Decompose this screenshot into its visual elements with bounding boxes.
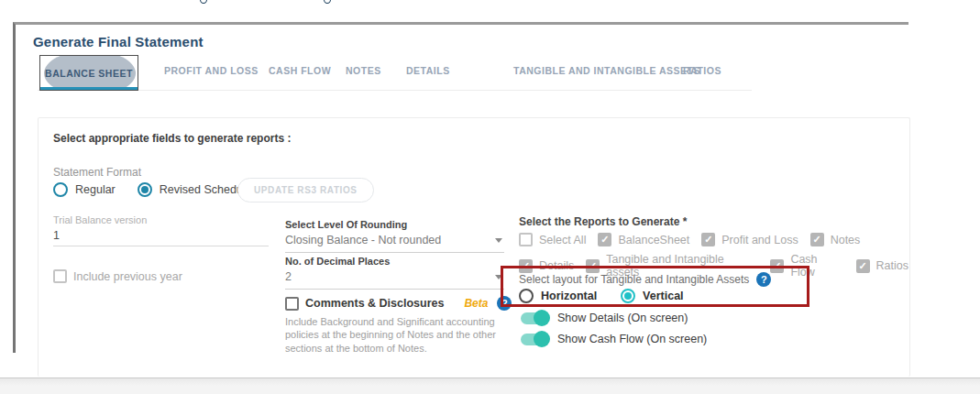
comments-label: Comments & Disclosures — [305, 297, 444, 310]
page-title: Generate Final Statement — [33, 34, 204, 49]
check-icon: ✓ — [773, 261, 781, 271]
checkbox-checked-icon: ✓ — [701, 233, 715, 246]
comments-help-text: Include Background and Significant accou… — [285, 315, 511, 355]
check-icon: ✓ — [858, 261, 866, 271]
check-icon: ✓ — [589, 261, 597, 271]
checkbox-checked-icon: ✓ — [770, 259, 784, 273]
show-details-toggle[interactable]: Show Details (On screen) — [521, 312, 688, 324]
check-icon: ✓ — [704, 235, 712, 245]
checkbox-label: Select All — [539, 234, 586, 246]
tab-tangible-intangible-assets[interactable]: TANGIBLE AND INTANGIBLE ASSETS — [513, 65, 700, 76]
checkbox-label: Ratios — [876, 259, 908, 272]
tabbar-divider — [38, 90, 752, 91]
cropped-text-fragment — [200, 0, 207, 4]
checkbox-checked-icon: ✓ — [810, 233, 824, 246]
toggle-knob — [534, 331, 550, 347]
tab-label: BALANCE SHEET — [45, 68, 133, 79]
checkbox-checked-icon: ✓ — [598, 233, 611, 246]
checkbox-checked-icon: ✓ — [586, 259, 600, 273]
decimal-places-label: No. of Decimal Places — [285, 256, 504, 267]
beta-badge: Beta — [464, 297, 488, 310]
level-of-rounding-value: Closing Balance - Not rounded — [285, 234, 441, 246]
checkbox-icon — [519, 233, 533, 246]
comments-checkbox[interactable] — [285, 297, 299, 311]
tab-details[interactable]: DETAILS — [406, 65, 450, 76]
help-icon[interactable]: ? — [497, 296, 512, 311]
layout-radios: Horizontal Vertical — [519, 289, 684, 303]
checkbox-profit-and-loss[interactable]: ✓ Profit and Loss — [701, 233, 798, 246]
checkbox-icon — [53, 269, 67, 283]
checkbox-label: Details — [539, 259, 574, 272]
check-icon: ✓ — [813, 235, 821, 245]
fieldset-heading: Select appropriate fields to generate re… — [53, 132, 291, 145]
statement-format-radios: Regular Revised Schedule III — [53, 182, 264, 197]
checkbox-cash-flow[interactable]: ✓ Cash Flow — [770, 253, 843, 279]
checkbox-label: Cash Flow — [790, 253, 843, 279]
radio-icon — [53, 182, 68, 197]
decimal-places-value: 2 — [285, 270, 292, 283]
radio-icon-selected — [138, 182, 152, 197]
tab-notes[interactable]: NOTES — [346, 65, 381, 76]
checkbox-notes[interactable]: ✓ Notes — [810, 233, 861, 246]
radio-label: Vertical — [643, 290, 683, 302]
trial-balance-version-field[interactable]: Trial Balance version 1 — [53, 214, 269, 246]
comments-disclosures-row: Comments & Disclosures Beta ? — [285, 296, 512, 311]
trial-balance-version-value: 1 — [53, 229, 269, 242]
active-tab-indicator — [40, 87, 138, 90]
update-rs3-ratios-button[interactable]: UPDATE RS3 RATIOS — [237, 178, 374, 202]
toggle-knob — [534, 310, 550, 326]
radio-vertical[interactable]: Vertical — [621, 289, 683, 303]
checkbox-select-all[interactable]: Select All — [519, 233, 586, 246]
dropdown-caret-icon — [495, 238, 502, 243]
tab-profit-and-loss[interactable]: PROFIT AND LOSS — [164, 65, 259, 76]
toggle-on-icon — [521, 312, 548, 324]
generate-final-statement-panel: Generate Final Statement BALANCE SHEET P… — [13, 22, 908, 353]
checkbox-checked-icon: ✓ — [519, 259, 533, 273]
radio-icon-selected — [621, 289, 635, 303]
cropped-text-fragment — [324, 0, 331, 4]
radio-label: Horizontal — [541, 290, 597, 302]
screen: Generate Final Statement BALANCE SHEET P… — [0, 0, 980, 394]
help-icon[interactable]: ? — [756, 272, 771, 287]
reports-to-generate-label: Select the Reports to Generate * — [519, 215, 687, 228]
level-of-rounding-select[interactable]: Select Level Of Rounding Closing Balance… — [285, 219, 504, 253]
include-previous-year-checkbox[interactable]: Include previous year — [53, 269, 182, 283]
layout-section-header: Select layout for Tangible and Intangibl… — [519, 272, 771, 287]
radio-horizontal[interactable]: Horizontal — [519, 289, 597, 303]
tab-cash-flow[interactable]: CASH FLOW — [269, 65, 331, 76]
tab-ratios[interactable]: RATIOS — [683, 65, 721, 76]
radio-icon — [519, 289, 534, 303]
toggle-on-icon — [521, 334, 548, 345]
tab-balance-sheet[interactable]: BALANCE SHEET — [39, 55, 138, 91]
check-icon: ✓ — [522, 261, 530, 271]
reports-row-1: Select All ✓ BalanceSheet ✓ Profit and L… — [519, 233, 860, 246]
radio-label: Regular — [75, 183, 116, 196]
checkbox-label: BalanceSheet — [618, 234, 689, 246]
level-of-rounding-label: Select Level Of Rounding — [285, 219, 504, 230]
checkbox-details[interactable]: ✓ Details — [519, 259, 574, 273]
dropdown-caret-icon — [495, 275, 502, 279]
decimal-places-select[interactable]: No. of Decimal Places 2 — [285, 256, 504, 290]
trial-balance-version-label: Trial Balance version — [53, 214, 269, 225]
checkbox-ratios[interactable]: ✓ Ratios — [856, 259, 908, 273]
show-cash-flow-toggle[interactable]: Show Cash Flow (On screen) — [521, 333, 707, 345]
checkbox-label: Notes — [831, 234, 861, 246]
check-icon: ✓ — [600, 235, 609, 245]
radio-regular[interactable]: Regular — [53, 182, 116, 197]
checkbox-label: Include previous year — [73, 270, 182, 283]
statement-format-label: Statement Format — [53, 166, 141, 179]
checkbox-checked-icon: ✓ — [856, 259, 870, 273]
checkbox-balancesheet[interactable]: ✓ BalanceSheet — [598, 233, 689, 246]
layout-section-label: Select layout for Tangible and Intangibl… — [519, 273, 749, 286]
checkbox-label: Profit and Loss — [721, 234, 798, 246]
toggle-label: Show Cash Flow (On screen) — [557, 333, 707, 345]
toggle-label: Show Details (On screen) — [557, 312, 688, 324]
footer-strip — [0, 378, 980, 394]
